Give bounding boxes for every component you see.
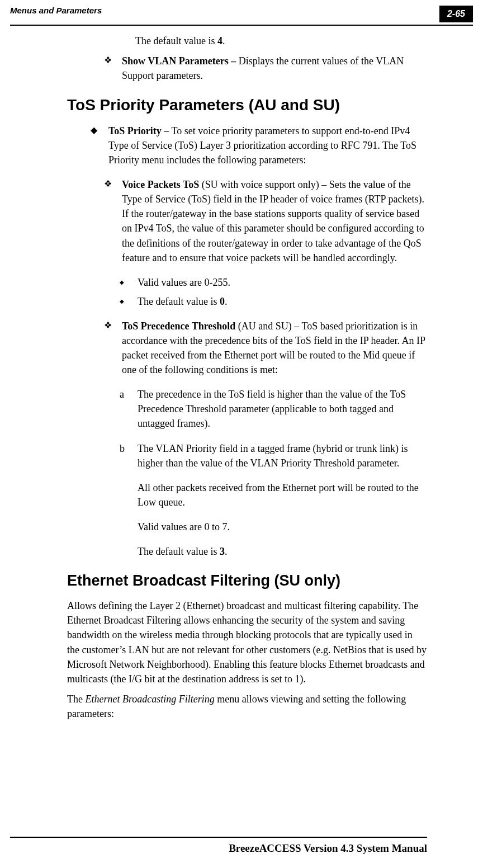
tos-priority-item: ◆ ToS Priority – To set voice priority p… (91, 124, 427, 167)
valid-07-text: Valid values are 0 to 7. (138, 520, 427, 534)
header-section: Menus and Parameters (10, 6, 102, 15)
all-other-text: All other packets received from the Ethe… (138, 480, 427, 510)
bullet-cross-icon: ❖ (104, 54, 122, 83)
tos-precedence-item: ❖ ToS Precedence Threshold (AU and SU) –… (104, 319, 427, 377)
bullet-cross-icon: ❖ (104, 177, 122, 265)
page-header: Menus and Parameters 2-65 (0, 0, 483, 22)
alpha-a-label: a (120, 387, 138, 431)
bullet-square-icon: ◆ (120, 294, 138, 309)
alpha-a-item: a The precedence in the ToS field is hig… (120, 387, 427, 431)
footer-rule (10, 837, 427, 838)
eth-para-2: The Ethernet Broadcasting Filtering menu… (67, 692, 427, 721)
voice-packets-item: ❖ Voice Packets ToS (SU with voice suppo… (104, 177, 427, 265)
heading-ethernet: Ethernet Broadcast Filtering (SU only) (67, 570, 427, 592)
alpha-b-item: b The VLAN Priority field in a tagged fr… (120, 441, 427, 470)
heading-tos: ToS Priority Parameters (AU and SU) (67, 94, 427, 117)
default-3-text: The default value is 3. (138, 544, 427, 559)
show-vlan-item: ❖ Show VLAN Parameters – Displays the cu… (104, 54, 427, 83)
alpha-b-label: b (120, 441, 138, 470)
page-number: 2-65 (439, 6, 473, 22)
footer-text: BreezeACCESS Version 4.3 System Manual (10, 842, 427, 855)
vp-valid-item: ◆ Valid values are 0-255. (120, 275, 427, 290)
bullet-cross-icon: ❖ (104, 319, 122, 377)
bullet-diamond-icon: ◆ (91, 124, 108, 167)
bullet-square-icon: ◆ (120, 275, 138, 290)
page-content: The default value is 4. ❖ Show VLAN Para… (0, 26, 483, 721)
default-4-line: The default value is 4. (135, 34, 427, 48)
page-footer: BreezeACCESS Version 4.3 System Manual (10, 837, 427, 855)
eth-para-1: Allows defining the Layer 2 (Ethernet) b… (67, 598, 427, 686)
vp-default-item: ◆ The default value is 0. (120, 294, 427, 309)
